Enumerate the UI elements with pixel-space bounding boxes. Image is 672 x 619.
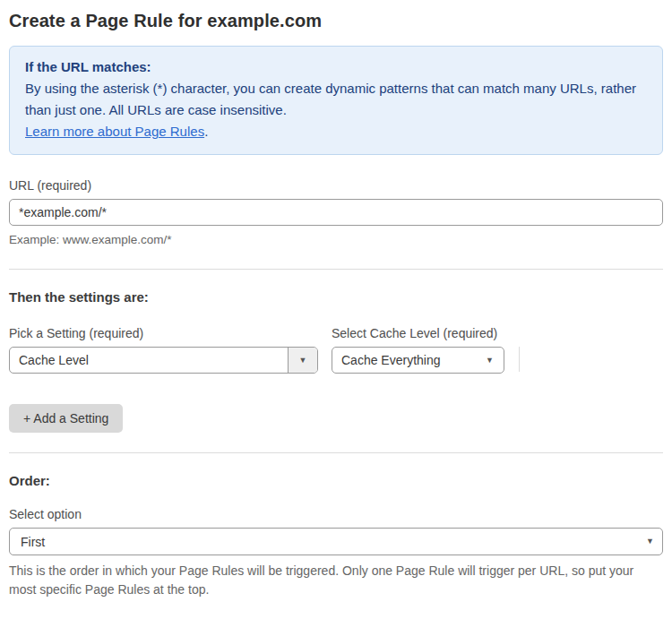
cache-level-picker-label: Select Cache Level (required) (332, 326, 511, 340)
info-box-heading: If the URL matches: (25, 56, 647, 78)
settings-row: Pick a Setting (required) Cache Level ▼ … (9, 326, 663, 374)
url-helper-text: Example: www.example.com/* (9, 231, 663, 249)
order-dropdown[interactable]: First ▼ (9, 528, 663, 555)
url-match-info-box: If the URL matches: By using the asteris… (9, 46, 663, 155)
url-field-label: URL (required) (9, 178, 663, 193)
info-link-line: Learn more about Page Rules. (25, 121, 647, 142)
order-value: First (10, 535, 638, 549)
setting-picker-dropdown[interactable]: Cache Level ▼ (9, 347, 318, 374)
setting-picker-group: Pick a Setting (required) Cache Level ▼ (9, 326, 332, 374)
setting-picker-value: Cache Level (10, 353, 288, 367)
page-rule-form: Create a Page Rule for example.com If th… (0, 0, 672, 619)
dropdown-arrow-box: ▼ (288, 348, 317, 373)
link-suffix: . (204, 124, 208, 139)
order-section-heading: Order: (9, 473, 663, 488)
order-helper-text: This is the order in which your Page Rul… (9, 562, 663, 599)
divider (9, 452, 663, 453)
chevron-down-icon: ▼ (476, 357, 504, 365)
order-select-label: Select option (9, 507, 663, 521)
setting-picker-label: Pick a Setting (required) (9, 326, 332, 340)
info-box-body: By using the asterisk (*) character, you… (25, 78, 647, 121)
cache-level-picker-group: Select Cache Level (required) Cache Ever… (332, 326, 511, 374)
add-setting-button[interactable]: + Add a Setting (9, 404, 123, 433)
setting-row-divider (519, 347, 520, 372)
cache-level-value: Cache Everything (332, 353, 476, 367)
url-input[interactable] (9, 199, 663, 226)
chevron-down-icon: ▼ (638, 537, 662, 546)
chevron-down-icon: ▼ (299, 357, 307, 365)
settings-section-heading: Then the settings are: (9, 289, 663, 305)
cache-level-dropdown[interactable]: Cache Everything ▼ (332, 347, 504, 374)
page-title: Create a Page Rule for example.com (9, 11, 663, 31)
learn-more-link[interactable]: Learn more about Page Rules (25, 124, 204, 139)
divider (9, 269, 663, 270)
